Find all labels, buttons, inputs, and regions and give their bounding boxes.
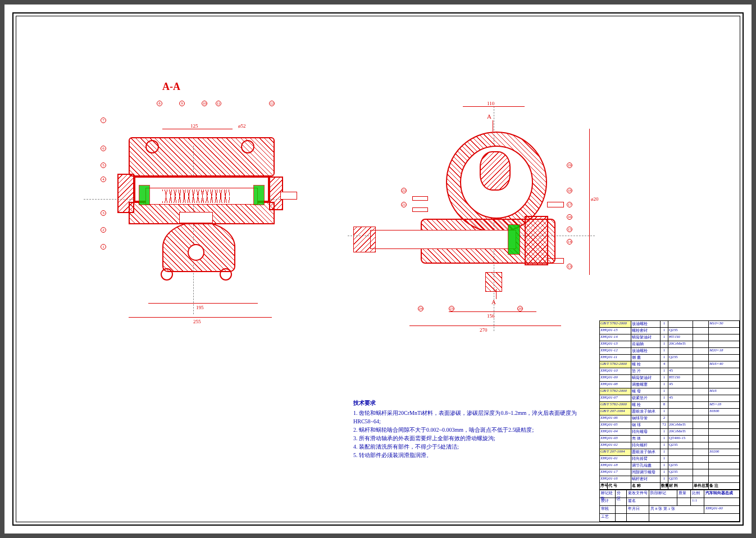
bolt-top [547,202,564,207]
bom-row: XHQ01-10垫 片145 [600,368,740,375]
dim-195-line [148,303,258,304]
tb-stage: 阶段标记 [649,490,677,498]
inner-frame: A-A [16,16,740,522]
section-label: A-A [162,81,180,93]
balloon: 20 [517,306,523,311]
balloon: 21 [401,202,407,207]
dim-156: 156 [487,313,495,319]
col-note: 备 注 [709,483,740,489]
sector-shaft [370,230,516,249]
dim-125: 125 [190,123,198,129]
arrow-line-b [496,289,497,299]
balloon: 24 [418,306,423,311]
balloon: 1 [101,244,106,250]
bom-row: XHQ01-11侧 盖1Q235 [600,355,740,361]
balloon: 2 [101,227,106,233]
balloon: 10 [202,101,207,106]
dim-270: 270 [480,327,488,333]
note-3: 3. 所有滑动轴承的外表面需要焊上全部有效的滑动螺旋沟; [353,434,589,442]
balloon: 8 [157,101,162,106]
bom-row: XHQ01-13齿扇轴120CrMnTi [600,341,740,348]
bom-row: GB/T 5782-2000螺 母1M16 [600,388,740,395]
bom-row: XHQ01-03壳 体1QT400-15 [600,436,740,442]
bom-row: GB/T 297-1994圆锥滚子轴承130306 [600,409,740,415]
balloon: 13 [567,264,572,269]
tb-r2: 年月日 [627,506,649,513]
balloon: 11 [216,101,221,106]
shaft-spline-end [353,227,376,252]
balloon: 9 [179,101,185,106]
worm-thread [162,189,230,203]
balloon: 18 [567,188,572,193]
section-view-aa: A-A [95,89,294,325]
sector-bore [188,244,204,261]
shaft-ext [280,192,297,200]
col-name: 名 称 [631,483,661,489]
col-code: 代 号 [608,483,631,489]
bom-row: XHQ01-01转向摇臂1 [600,456,740,463]
balloon: 7 [101,117,106,123]
balloon: 16 [567,214,572,220]
balloon: 5 [101,162,106,168]
balloon: 23 [449,306,454,311]
bolt-bot [547,258,564,264]
tb-scale-l: 比例 [691,490,704,498]
flange-hole-2 [220,268,232,281]
bolt-hole-1 [145,140,159,153]
section-arrow-a-top: A [487,113,491,120]
worm-end-view [480,151,511,191]
bom-row: GB/T 5782-2000螺 栓8M5×18 [600,402,740,409]
bom-row: XHQ01-15螺栓密封1Q235 [600,328,740,334]
bolt-hole-2 [241,140,254,153]
tb-l2: 审核 [600,506,616,513]
balloon: 19 [567,162,572,168]
dim-125-line [162,129,233,129]
dim-110: 110 [487,101,494,106]
side-view: A A 110 156 270 ø20 19 17 16 15 14 13 [353,89,600,331]
bom-row: XHQ01-17间隙调节螺母1Q235 [600,469,740,476]
technical-requirements: 技术要求 1. 齿轮和蜗杆采用20CrMnTi材料，表面渗碳，渗碳层深度为0.8… [353,399,589,459]
tb-l1: 设计 [600,498,616,505]
bom-row: XHQ01-16蜗杆密封1Q235 [600,476,740,483]
tb-r1: 签名 [627,498,649,505]
dim-270-line [409,325,561,326]
drain-plug [485,272,502,292]
flange-hole-1 [161,268,173,281]
dim-h-line [589,129,590,275]
balloon: 12 [269,101,275,106]
bom-row: XHQ01-18调节孔端盖1Q235 [600,463,740,469]
sector-teeth [179,212,213,223]
balloon: 17 [567,202,572,207]
bom-row: GB/T 297-1994圆锥滚子轴承130206 [600,449,740,456]
bearing-side [508,224,520,255]
bom-row: XHQ01-09蜗骨架油封1HT150 [600,375,740,382]
note-4: 4. 装配前清洗所有部件，不得少于5处清洁; [353,442,589,451]
notes-title: 技术要求 [353,399,589,407]
bom-row: XHQ01-08调整螺塞145 [600,382,740,388]
drawing-number: XHQ01-00 [704,506,740,513]
col-qty: 数量 [661,483,668,489]
tb-sheet: 共 8 张 第 1 张 [649,506,704,513]
tb-mass [677,498,691,505]
bom-header: 序号 代 号 名 称 数量 材 料 单件总重重量 备 注 [600,483,740,490]
outer-frame: A-A [12,12,744,526]
bom-row: XHQ01-12放油螺栓1M20×18 [600,348,740,355]
bom-row: GB/T 5782-2000放油螺栓1M10×30 [600,321,740,328]
bom-row: GB/T 5782-2000螺 栓4M16×40 [600,361,740,368]
dim-255-line [129,317,272,318]
bearing-left [139,185,150,205]
title-block-lower: 标记处数 分 区 更改文件号 阶段标记 质量 比例 汽车转向器总成 设计 签名 [600,490,740,522]
dim-255: 255 [193,319,201,324]
bom-table: GB/T 5782-2000放油螺栓1M10×30XHQ01-15螺栓密封1Q2… [600,321,740,483]
balloon: 4 [101,177,106,182]
bom-row: XHQ01-14蜗骨架油封1HT150 [600,334,740,341]
balloon: 22 [401,188,407,193]
side-cover [525,216,548,265]
worm-bolt-2 [412,207,428,212]
tb-r0: 更改文件号 [627,490,649,498]
note-5: 5. 转动部件必须装润滑脂润滑。 [353,451,589,459]
dim-156-line [449,311,536,312]
section-arrow-a-bot: A [491,299,496,305]
col-mat: 材 料 [668,483,693,489]
balloon: 14 [567,239,572,245]
